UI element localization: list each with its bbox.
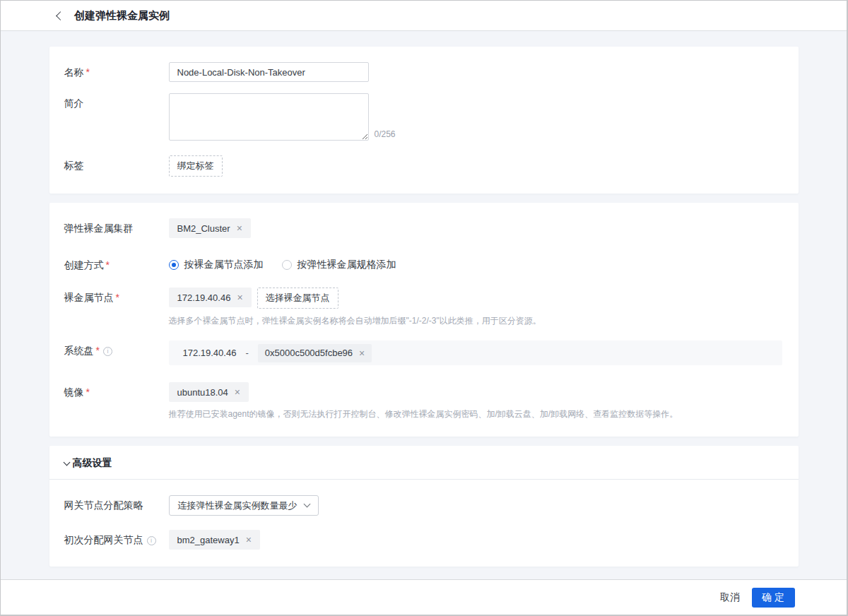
advanced-settings-toggle[interactable]: 高级设置 [49,457,799,480]
radio-unselected-icon [282,260,292,270]
required-mark: * [86,386,90,398]
name-input[interactable] [169,62,369,82]
create-bare-metal-instance-page: 创建弹性裸金属实例 名称* 简介 0/256 标签 绑定标签 [0,0,848,616]
form-row-cluster: 弹性裸金属集群 BM2_Cluster × [64,218,784,238]
remove-cluster-tag-icon[interactable]: × [237,223,242,233]
advanced-settings-card: 高级设置 网关节点分配策略 连接弹性裸金属实例数量最少 初次分配网关节点i bm… [49,446,799,567]
form-row-node: 裸金属节点* 172.19.40.46 × 选择裸金属节点 选择多个裸金属节点时… [64,288,784,326]
node-label: 裸金属节点* [64,288,169,326]
cluster-label: 弹性裸金属集群 [64,218,169,238]
system-disk-label: 系统盘*i [64,340,169,365]
image-label: 镜像* [64,382,169,420]
form-row-image: 镜像* ubuntu18.04 × 推荐使用已安装agent的镜像，否则无法执行… [64,382,784,420]
radio-selected-icon [169,260,179,270]
gateway-tag: bm2_gateway1 × [169,530,260,550]
form-row-initial-gateway: 初次分配网关节点i bm2_gateway1 × [64,530,784,550]
required-mark: * [86,66,90,78]
remove-disk-tag-icon[interactable]: × [359,348,365,358]
radio-by-node[interactable]: 按裸金属节点添加 [169,257,264,272]
system-disk-row: 172.19.40.46 - 0x5000c500d5fcbe96 × [169,340,782,365]
description-textarea[interactable] [169,93,369,141]
required-mark: * [106,259,110,271]
system-disk-node: 172.19.40.46 [183,348,237,358]
create-mode-label: 创建方式* [64,255,169,272]
gateway-strategy-label: 网关节点分配策略 [64,495,169,516]
back-icon[interactable] [56,11,65,20]
required-mark: * [96,345,100,356]
image-hint: 推荐使用已安装agent的镜像，否则无法执行打开控制台、修改弹性裸金属实例密码、… [169,408,678,420]
select-node-button[interactable]: 选择裸金属节点 [257,288,338,309]
cluster-tag: BM2_Cluster × [169,218,251,238]
char-counter: 0/256 [375,129,396,141]
initial-gateway-label: 初次分配网关节点i [64,530,169,550]
name-label: 名称* [64,62,169,82]
form-row-name: 名称* [64,62,784,82]
confirm-button[interactable]: 确定 [752,588,795,608]
node-tag: 172.19.40.46 × [169,288,252,307]
form-row-create-mode: 创建方式* 按裸金属节点添加 按弹性裸金属规格添加 [64,255,784,272]
config-card: 弹性裸金属集群 BM2_Cluster × 创建方式* 按裸金属节点添加 [49,203,799,437]
form-content: 名称* 简介 0/256 标签 绑定标签 [1,31,847,579]
required-mark: * [116,292,119,303]
page-header: 创建弹性裸金属实例 [1,1,847,31]
form-row-gateway-strategy: 网关节点分配策略 连接弹性裸金属实例数量最少 [64,495,784,516]
basic-info-card: 名称* 简介 0/256 标签 绑定标签 [49,47,799,194]
tags-label: 标签 [64,155,169,177]
image-tag: ubuntu18.04 × [169,382,249,402]
node-hint: 选择多个裸金属节点时，弹性裸金属实例名称将会自动增加后缀"-1/-2/-3"以此… [169,315,541,326]
form-row-description: 简介 0/256 [64,93,784,141]
system-disk-separator: - [245,348,248,358]
chevron-down-icon [303,501,310,508]
form-row-system-disk: 系统盘*i 172.19.40.46 - 0x5000c500d5fcbe96 … [64,340,784,365]
cancel-button[interactable]: 取消 [720,591,740,604]
radio-by-spec[interactable]: 按弹性裸金属规格添加 [282,257,396,272]
gateway-strategy-select[interactable]: 连接弹性裸金属实例数量最少 [169,495,319,516]
remove-gateway-tag-icon[interactable]: × [246,535,252,545]
gateway-strategy-value: 连接弹性裸金属实例数量最少 [178,499,298,512]
page-title: 创建弹性裸金属实例 [74,9,170,23]
advanced-settings-title: 高级设置 [73,457,112,470]
description-label: 简介 [64,93,169,141]
info-icon[interactable]: i [147,536,156,545]
action-bar: 取消 确定 [1,579,847,615]
chevron-down-icon [63,458,70,466]
info-icon[interactable]: i [103,347,112,356]
bind-tag-button[interactable]: 绑定标签 [169,155,223,177]
form-row-tags: 标签 绑定标签 [64,155,784,177]
system-disk-tag: 0x5000c500d5fcbe96 × [258,344,372,362]
remove-node-tag-icon[interactable]: × [237,292,242,302]
remove-image-tag-icon[interactable]: × [235,387,240,397]
create-mode-radio-group: 按裸金属节点添加 按弹性裸金属规格添加 [169,255,396,272]
